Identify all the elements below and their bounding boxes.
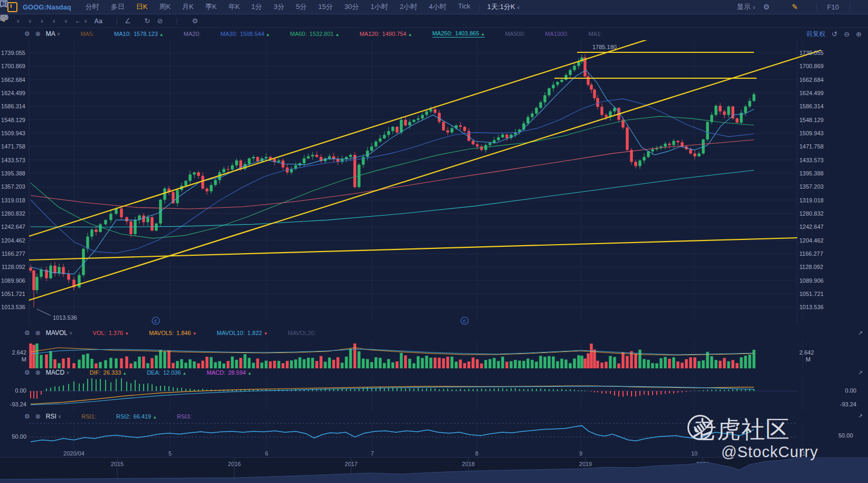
display-menu[interactable]: 显示∨ bbox=[737, 2, 756, 12]
indicator-legend-item[interactable]: DIF: 26.333▲ bbox=[90, 369, 127, 376]
indicator-legend-item[interactable]: MA60: 1532.801▲ bbox=[290, 31, 339, 37]
indicator-legend-item[interactable]: MAVOL5: 1.846▼ bbox=[149, 330, 196, 336]
macd-pane[interactable] bbox=[0, 378, 868, 411]
price-axis-label: 1280.832 bbox=[799, 210, 824, 217]
indicator-legend-item[interactable]: DEA: 12.036▲ bbox=[147, 369, 186, 376]
indicator-name[interactable]: MAVOL bbox=[46, 329, 68, 337]
hide-drawings-tool-icon[interactable]: ⊘ bbox=[155, 17, 164, 25]
f10-button[interactable]: F10 bbox=[827, 3, 839, 11]
tab-季K[interactable]: 季K bbox=[200, 2, 223, 12]
time-axis-label: 6 bbox=[265, 450, 268, 457]
indicator-legend-item[interactable]: MA120: 1490.754▲ bbox=[360, 31, 412, 37]
price-axis-label: 1013.536 bbox=[0, 304, 25, 310]
ma-indicator-row: ⚙⊗MA∨MA5:MA10: 1578.123▲MA20:MA30: 1508.… bbox=[0, 27, 868, 40]
tab-15分[interactable]: 15分 bbox=[313, 2, 338, 12]
price-axis-label: 1739.055 bbox=[0, 50, 25, 56]
indicator-legend-item[interactable]: MA500: bbox=[505, 31, 525, 37]
svg-text:E: E bbox=[463, 319, 466, 324]
pane-axis-label: 2.642 bbox=[799, 349, 814, 356]
adjust-mode-link[interactable]: 前复权 bbox=[806, 30, 825, 39]
indicator-close-icon[interactable]: ⊗ bbox=[35, 30, 41, 38]
indicator-legend-item[interactable]: MAVOL10: 1.822▼ bbox=[217, 330, 268, 336]
pencil-icon[interactable]: ✎ bbox=[792, 3, 798, 11]
indicator-legend-item[interactable]: MA20: bbox=[184, 31, 201, 37]
custom-period-selector[interactable]: 1天:1分K∨ bbox=[483, 2, 524, 12]
price-axis-label: 1548.129 bbox=[799, 117, 824, 123]
tab-30分[interactable]: 30分 bbox=[338, 2, 364, 12]
volume-pane[interactable] bbox=[0, 340, 868, 368]
measure-tool-icon[interactable]: ∨ bbox=[61, 18, 69, 24]
tab-3分[interactable]: 3分 bbox=[268, 2, 290, 12]
drawing-toolbar: ∨∨∨∨∨←∨Aa∠↻⊘⚙ bbox=[0, 14, 868, 28]
indicator-settings-icon[interactable]: ⚙ bbox=[24, 413, 30, 420]
indicator-legend-item[interactable]: MA250: 1403.865▲ bbox=[432, 30, 485, 38]
chevron-down-icon: ∨ bbox=[69, 330, 73, 336]
angle-tool-icon[interactable]: ∠ bbox=[123, 17, 133, 25]
indicator-close-icon[interactable]: ⊗ bbox=[35, 369, 41, 376]
indicator-settings-icon[interactable]: ⚙ bbox=[24, 329, 30, 337]
tab-分时[interactable]: 分时 bbox=[80, 2, 105, 12]
time-axis-label: 7 bbox=[371, 450, 374, 457]
indicator-close-icon[interactable]: ⊗ bbox=[35, 413, 41, 420]
tab-Tick[interactable]: Tick bbox=[452, 2, 476, 12]
line-segment-tool-icon[interactable]: ∨ bbox=[13, 18, 22, 24]
indicator-legend-item[interactable]: MA5: bbox=[80, 31, 94, 37]
divider bbox=[850, 3, 850, 11]
tab-周K[interactable]: 周K bbox=[153, 2, 176, 12]
indicator-legend-item[interactable]: MACD: 28.594▲ bbox=[206, 369, 251, 376]
indicator-name[interactable]: MACD bbox=[46, 369, 64, 376]
symbol-label[interactable]: GOOG:Nasdaq bbox=[23, 3, 71, 11]
drawing-settings-tool-icon[interactable]: ⚙ bbox=[190, 17, 200, 25]
arrow-left-tool-icon[interactable]: ←∨ bbox=[73, 17, 89, 25]
zoom-out-icon[interactable]: ⊖ bbox=[844, 30, 850, 38]
indicator-legend-item[interactable]: RSI2: 66.419▲ bbox=[116, 413, 157, 420]
main-chart-pane[interactable]: 1013.5361785.180EE bbox=[0, 40, 868, 326]
expand-pane-icon[interactable]: ↗ bbox=[858, 369, 863, 376]
zoom-in-icon[interactable]: ⊕ bbox=[856, 30, 862, 38]
tab-月K[interactable]: 月K bbox=[176, 2, 200, 12]
indicator-name[interactable]: MA bbox=[46, 30, 55, 38]
pane-axis-label: -93.24 bbox=[835, 401, 856, 407]
tab-1分[interactable]: 1分 bbox=[246, 2, 268, 12]
wave-tool-icon[interactable]: ∨ bbox=[37, 18, 45, 24]
expand-pane-icon[interactable]: ↗ bbox=[858, 330, 863, 337]
svg-text:E: E bbox=[154, 319, 157, 324]
gear-icon[interactable]: ⚙ bbox=[763, 3, 770, 11]
price-axis-label: 1662.684 bbox=[799, 77, 824, 83]
undo-icon[interactable]: ↺ bbox=[832, 30, 837, 38]
tab-年K[interactable]: 年K bbox=[222, 2, 246, 12]
indicator-settings-icon[interactable]: ⚙ bbox=[24, 30, 30, 38]
indicator-legend-item[interactable]: RSI1: bbox=[81, 413, 96, 420]
price-axis-label: 1089.906 bbox=[799, 277, 824, 284]
svg-text:1785.180: 1785.180 bbox=[592, 44, 617, 50]
indicator-name[interactable]: RSI bbox=[46, 413, 56, 420]
price-axis-label: 1166.277 bbox=[799, 250, 823, 257]
fib-lines-tool-icon[interactable]: ∨ bbox=[49, 18, 58, 24]
indicator-legend-item[interactable]: RSI3: bbox=[177, 413, 192, 420]
indicator-close-icon[interactable]: ⊗ bbox=[35, 329, 41, 337]
indicator-legend-item[interactable]: MA1000: bbox=[545, 31, 568, 37]
indicator-settings-icon[interactable]: ⚙ bbox=[24, 369, 30, 376]
watermark-handle: @StockCurry bbox=[721, 443, 868, 461]
tab-5分[interactable]: 5分 bbox=[290, 2, 313, 12]
price-axis-label: 1700.869 bbox=[0, 63, 25, 69]
pane-axis-label: 0.00 bbox=[1, 387, 26, 394]
tab-日K[interactable]: 日K bbox=[130, 2, 154, 12]
tab-4小时[interactable]: 4小时 bbox=[423, 2, 452, 12]
top-toolbar: GOOG:Nasdaq 分时多日日K周K月K季K年K1分3分5分15分30分1小… bbox=[0, 0, 868, 14]
indicator-legend-item[interactable]: MA10: 1578.123▲ bbox=[114, 31, 164, 37]
tab-2小时[interactable]: 2小时 bbox=[394, 2, 423, 12]
indicator-legend-item[interactable]: MA30: 1508.544▲ bbox=[221, 31, 270, 37]
indicator-legend-item[interactable]: VOL: 1.376▼ bbox=[93, 330, 129, 336]
date-range-navigator[interactable]: 201520162017201820192020 bbox=[0, 457, 868, 483]
continuous-draw-tool-icon[interactable]: ↻ bbox=[143, 17, 152, 25]
indicator-legend-item[interactable]: MAVOL20: bbox=[288, 330, 316, 336]
tab-多日[interactable]: 多日 bbox=[105, 2, 130, 12]
text-tool-icon[interactable]: Aa bbox=[93, 17, 104, 25]
chevron-down-icon: ∨ bbox=[58, 414, 62, 419]
tab-1小时[interactable]: 1小时 bbox=[365, 2, 394, 12]
shape-tool-icon[interactable]: ∨ bbox=[25, 18, 34, 24]
trading-app: GOOG:Nasdaq 分时多日日K周K月K季K年K1分3分5分15分30分1小… bbox=[0, 0, 868, 483]
price-axis-label: 1242.647 bbox=[799, 224, 824, 230]
indicator-legend-item[interactable]: MA1: bbox=[588, 31, 602, 37]
